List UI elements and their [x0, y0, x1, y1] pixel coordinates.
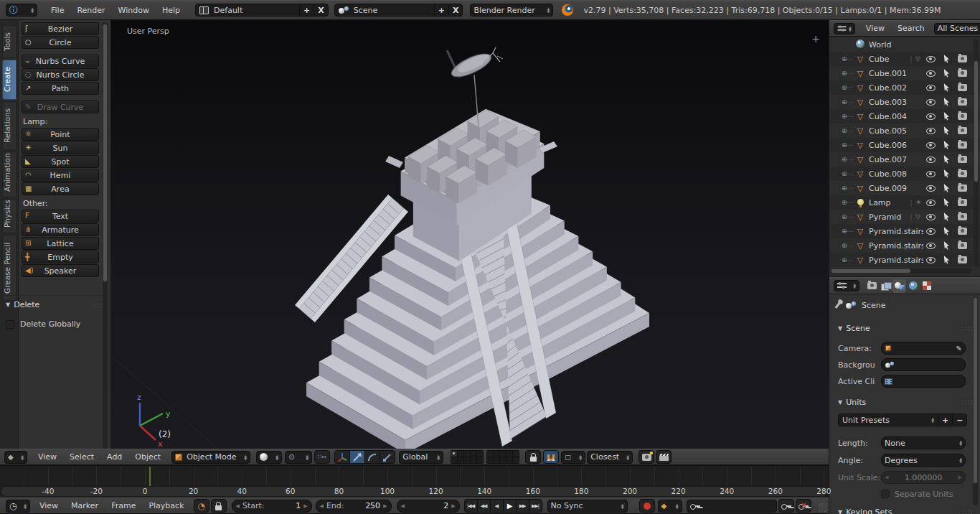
layer-13[interactable] — [500, 451, 506, 457]
properties-vscrollbar[interactable] — [973, 297, 978, 484]
prev-keyframe-button[interactable]: ◀◀ — [477, 499, 491, 513]
end-frame-field[interactable]: ◀ End: 250 ▶ — [316, 500, 392, 513]
outliner-item-world[interactable]: World — [829, 37, 980, 52]
restrict-render-toggle[interactable] — [955, 80, 970, 95]
create-sun-button[interactable]: ☀Sun — [22, 141, 99, 154]
restrict-select-toggle[interactable] — [939, 181, 954, 195]
outliner-item-cube-006[interactable]: ⊕▽Cube.006 — [829, 138, 980, 152]
restrict-select-toggle[interactable] — [939, 52, 954, 66]
layer-15[interactable] — [513, 451, 519, 457]
panel-grip-icon[interactable]: :::: — [962, 398, 974, 406]
resize-grip-icon[interactable] — [819, 503, 827, 512]
restrict-view-toggle[interactable] — [923, 123, 938, 138]
angle-dropdown[interactable]: Degrees ▲▼ — [881, 454, 966, 467]
view3d-menu-add[interactable]: Add — [100, 452, 128, 462]
expand-icon[interactable]: ⊕ — [842, 156, 847, 163]
expand-icon[interactable]: ⊕ — [842, 141, 847, 149]
restrict-select-toggle[interactable] — [939, 238, 954, 253]
restrict-render-toggle[interactable] — [955, 238, 970, 253]
active-clip-field[interactable] — [881, 375, 966, 388]
increment-arrow-icon[interactable]: ▶ — [451, 503, 455, 509]
restrict-select-toggle[interactable] — [939, 152, 954, 167]
delete-keyframe-button[interactable]: × — [796, 499, 811, 513]
rotate-manipulator-button[interactable] — [364, 450, 380, 464]
tool-shelf-scrollbar[interactable] — [103, 24, 108, 282]
create-draw-curve-button[interactable]: ✎Draw Curve — [22, 101, 99, 113]
panel-grip-icon[interactable]: :::: — [92, 302, 103, 309]
restrict-select-toggle[interactable] — [939, 123, 954, 138]
expand-icon[interactable]: ⊕ — [842, 213, 847, 220]
outliner-item-cube-004[interactable]: ⊕▽Cube.004 — [829, 109, 980, 123]
editor-type-selector-view3d[interactable]: ◆ ▲▼ — [4, 451, 27, 464]
restrict-view-toggle[interactable] — [923, 181, 938, 195]
auto-keyframe-toggle[interactable] — [639, 499, 655, 513]
layers-widget-1[interactable] — [451, 450, 484, 464]
shelf-tab-relations[interactable]: Relations — [2, 101, 17, 150]
restrict-render-toggle[interactable] — [955, 66, 970, 80]
restrict-select-toggle[interactable] — [939, 210, 954, 224]
expand-icon[interactable]: ⊕ — [842, 228, 847, 235]
restrict-view-toggle[interactable] — [923, 52, 938, 66]
create-nurbs-curve-button[interactable]: ⌣Nurbs Curve — [22, 55, 99, 67]
outliner-item-pyramid[interactable]: ⊕▽Pyramid|▽ — [829, 210, 980, 224]
timeline-scrollbar[interactable] — [1, 486, 828, 497]
outliner-item-pyramid-stairs[interactable]: ⊕▽Pyramid.stairs — [829, 224, 980, 238]
current-frame-marker[interactable] — [149, 467, 151, 486]
delete-globally-button[interactable]: Delete Globally — [6, 319, 103, 329]
restrict-select-toggle[interactable] — [939, 195, 954, 210]
close-scene-button[interactable]: X — [448, 4, 463, 17]
restrict-select-toggle[interactable] — [939, 224, 954, 238]
outliner-menu-search[interactable]: Search — [891, 24, 931, 33]
3d-viewport[interactable]: User Persp + z y x (2) — [111, 20, 829, 449]
restrict-view-toggle[interactable] — [923, 138, 938, 152]
outliner-vscrollbar[interactable] — [974, 60, 979, 182]
decrement-arrow-icon[interactable]: ◀ — [236, 503, 240, 509]
outliner-item-cube-009[interactable]: ⊕▽Cube.009 — [829, 181, 980, 195]
restrict-render-toggle[interactable] — [955, 253, 970, 267]
restrict-render-toggle[interactable] — [955, 95, 970, 109]
editor-type-selector-timeline[interactable]: ◷ ▲▼ — [6, 500, 30, 513]
remove-preset-button[interactable]: − — [952, 413, 967, 426]
expand-icon[interactable]: ⊕ — [842, 70, 847, 77]
tab-world[interactable] — [906, 279, 920, 293]
expand-icon[interactable]: ⊕ — [842, 127, 847, 134]
unit-presets-selector[interactable]: Unit Presets ▲▼ — [838, 413, 938, 426]
increment-arrow-icon[interactable]: ▶ — [303, 503, 307, 509]
auto-key-mode-selector[interactable]: ◆ ▲▼ — [658, 500, 682, 513]
delete-panel-header[interactable]: ▼ Delete :::: — [6, 300, 103, 309]
create-text-button[interactable]: FText — [22, 210, 99, 223]
tab-scene[interactable] — [892, 279, 906, 293]
opengl-render-button[interactable] — [639, 450, 654, 464]
panel-grip-icon[interactable]: :::: — [962, 508, 974, 514]
outliner-item-cube-007[interactable]: ⊕▽Cube.007 — [829, 152, 980, 167]
outliner-item-pyramid-stairs[interactable]: ⊕▽Pyramid.stairs — [829, 253, 980, 267]
insert-keyframe-button[interactable] — [778, 499, 794, 513]
outliner-item-cube-005[interactable]: ⊕▽Cube.005 — [829, 123, 980, 138]
restrict-view-toggle[interactable] — [923, 95, 938, 109]
create-spot-button[interactable]: ◣Spot — [22, 155, 99, 168]
layer-14[interactable] — [507, 451, 512, 457]
current-frame-field[interactable]: ◀ 2 ▶ — [397, 500, 460, 513]
expand-icon[interactable]: ⊕ — [842, 98, 847, 106]
restrict-render-toggle[interactable] — [955, 138, 970, 152]
translate-manipulator-button[interactable] — [349, 450, 365, 464]
restrict-select-toggle[interactable] — [939, 80, 954, 95]
increment-arrow-icon[interactable]: ▶ — [383, 503, 387, 509]
view3d-menu-select[interactable]: Select — [63, 452, 100, 462]
layer-3[interactable] — [464, 451, 470, 457]
layer-8[interactable] — [464, 457, 470, 463]
create-hemi-button[interactable]: ◠Hemi — [22, 169, 99, 182]
close-layout-button[interactable]: X — [314, 4, 328, 17]
manipulator-toggle-button[interactable] — [334, 450, 350, 464]
tab-render-layers[interactable] — [879, 279, 892, 293]
layer-16[interactable] — [487, 457, 493, 463]
lock-frame-toggle[interactable] — [211, 499, 227, 513]
create-empty-button[interactable]: ╋Empty — [22, 251, 99, 263]
layer-4[interactable] — [471, 451, 476, 457]
viewport-shading-selector[interactable]: ▲▼ — [256, 451, 282, 464]
restrict-view-toggle[interactable] — [923, 80, 938, 95]
restrict-render-toggle[interactable] — [955, 123, 970, 138]
start-frame-field[interactable]: ◀ Start: 1 ▶ — [232, 500, 312, 513]
jump-to-end-button[interactable]: ▶▶| — [529, 499, 542, 513]
outliner-item-lamp[interactable]: ⊕Lamp|☀ — [829, 195, 980, 210]
